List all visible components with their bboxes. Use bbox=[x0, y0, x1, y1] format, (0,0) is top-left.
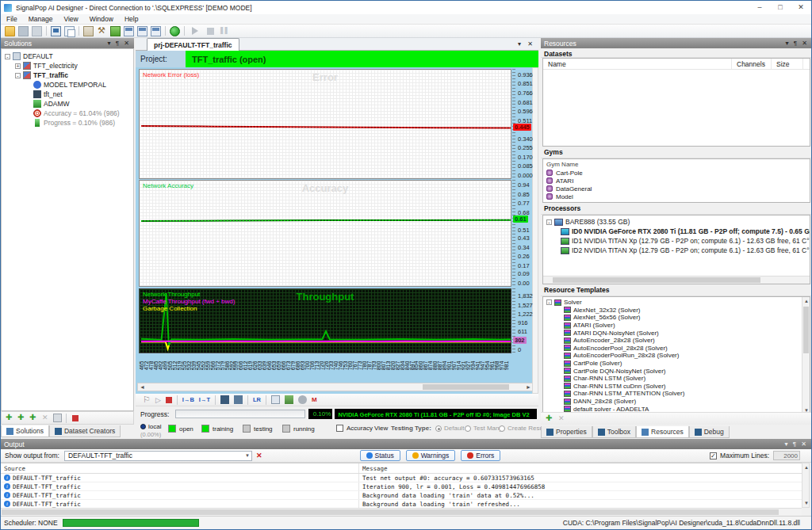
menu-view[interactable]: View bbox=[58, 15, 83, 23]
expand-icon[interactable]: + bbox=[15, 63, 21, 69]
redsq-icon[interactable] bbox=[72, 415, 79, 421]
resources-panel-header[interactable]: Resources ▾ ¶ ✕ bbox=[541, 38, 812, 48]
LR-icon[interactable]: LR bbox=[253, 395, 261, 405]
gym-item-datageneral[interactable]: DataGeneral bbox=[543, 185, 810, 193]
max-lines-value[interactable]: 2000 bbox=[773, 451, 800, 460]
menu-help[interactable]: Help bbox=[119, 15, 144, 23]
document-tab[interactable]: prj-DEFAULT-TFT_traffic bbox=[147, 38, 239, 51]
folder-icon[interactable] bbox=[5, 26, 15, 36]
maximize-button[interactable]: □ bbox=[770, 2, 791, 14]
scroll-up-arrow[interactable]: ▲ bbox=[802, 463, 810, 471]
win1-icon[interactable] bbox=[124, 26, 134, 36]
close-button[interactable]: ✕ bbox=[791, 2, 811, 14]
tree-item-tft-traffic[interactable]: -TFT_traffic bbox=[2, 71, 133, 80]
max-lines-checkbox[interactable]: ✓ bbox=[710, 452, 717, 459]
globe-icon[interactable] bbox=[170, 26, 180, 36]
clear-output-icon[interactable]: ✕ bbox=[256, 452, 262, 459]
chip-icon[interactable] bbox=[220, 395, 229, 404]
tab-resources[interactable]: Resources bbox=[636, 426, 689, 438]
settings-icon[interactable] bbox=[83, 26, 94, 36]
tools-icon[interactable] bbox=[97, 26, 107, 36]
radio-icon[interactable] bbox=[435, 425, 442, 432]
processor-item[interactable]: ID1 NVIDIA TITAN Xp (12.79 GB - P2P on; … bbox=[543, 236, 810, 246]
tab-dataset-creators[interactable]: Dataset Creators bbox=[49, 425, 121, 437]
output-h-scrollbar[interactable] bbox=[1, 508, 802, 516]
tree-item-default[interactable]: -DEFAULT bbox=[2, 51, 133, 61]
plus-icon[interactable] bbox=[6, 414, 14, 422]
save2-icon[interactable] bbox=[32, 26, 42, 36]
radio-test-many[interactable]: Test Many bbox=[465, 425, 502, 432]
tab-debug[interactable]: Debug bbox=[689, 426, 730, 438]
processor-item[interactable]: ID2 NVIDIA TITAN Xp (12.79 GB - P2P on; … bbox=[543, 246, 810, 255]
tree-item-model-temporal[interactable]: MODEL TEMPORAL bbox=[2, 80, 133, 90]
processor-root[interactable]: -BARE888 (33.55 GB) bbox=[543, 217, 810, 227]
output-panel-header[interactable]: Output ▾ ¶ ✕ bbox=[1, 439, 811, 449]
chevron-down-icon[interactable]: ▼ bbox=[245, 453, 251, 458]
cam-icon[interactable] bbox=[53, 414, 62, 422]
list-icon[interactable] bbox=[285, 395, 293, 404]
play-icon[interactable] bbox=[192, 27, 202, 35]
win3-icon[interactable] bbox=[151, 26, 161, 36]
template-item[interactable]: Char-RNN LSTM cuDnn (Solver) bbox=[543, 383, 810, 391]
tree-item-progress-0-10-986-[interactable]: Progress = 0.10% (986) bbox=[2, 118, 133, 128]
IB-icon[interactable]: I→B bbox=[182, 395, 194, 405]
pause-icon[interactable] bbox=[219, 26, 229, 36]
stop-icon[interactable] bbox=[207, 28, 214, 35]
tree-item-accuracy-61-04-986-[interactable]: Accuracy = 61.04% (986) bbox=[2, 109, 133, 118]
gym-item-atari[interactable]: ATARI bbox=[543, 177, 810, 185]
expand-icon[interactable]: - bbox=[5, 54, 10, 59]
output-row[interactable]: iDEFAULT-TFT_trafficTest net output #0: … bbox=[1, 474, 802, 482]
output-v-scrollbar[interactable]: ▲ ▼ bbox=[802, 463, 810, 508]
flag-icon[interactable] bbox=[143, 395, 151, 405]
template-item[interactable]: AlexNet_32x32 (Solver) bbox=[543, 307, 810, 315]
status-button[interactable]: Status bbox=[360, 450, 400, 461]
templates-root[interactable]: -Solver bbox=[543, 299, 810, 307]
template-item[interactable]: DANN_28x28 (Solver) bbox=[543, 398, 810, 406]
solutions-panel-header[interactable]: Solutions ▾ ¶ ✕ bbox=[1, 38, 134, 48]
tree-item-tft-net[interactable]: tft_net bbox=[2, 90, 133, 99]
scroll-left-arrow[interactable]: ◄ bbox=[138, 383, 147, 391]
x-icon[interactable] bbox=[41, 414, 50, 422]
menu-manage[interactable]: Manage bbox=[23, 15, 59, 23]
scroll-up-arrow[interactable]: ▲ bbox=[802, 297, 810, 305]
plus-icon[interactable] bbox=[29, 414, 38, 422]
accuracy-view-checkbox[interactable]: Accuracy View bbox=[336, 425, 388, 432]
template-item[interactable]: CartPole (Solver) bbox=[543, 360, 810, 368]
template-item[interactable]: AutoEncoderPoolRun_28x28 (Solver) bbox=[543, 352, 810, 360]
output-source-combobox[interactable]: DEFAULT-TFT_traffic ▼ bbox=[64, 451, 252, 461]
save-icon[interactable] bbox=[18, 26, 29, 36]
stopred-icon[interactable] bbox=[166, 397, 172, 403]
tab-strip-icons[interactable]: ▾ ✕ bbox=[518, 38, 538, 50]
output-row[interactable]: iDEFAULT-TFT_trafficBackground data load… bbox=[1, 491, 802, 500]
IT-icon[interactable]: I→T bbox=[199, 395, 210, 405]
template-item[interactable]: Char-RNN LSTM (Solver) bbox=[543, 375, 810, 383]
chart-v-scrollbar[interactable] bbox=[532, 67, 538, 394]
checkbox-icon[interactable] bbox=[336, 425, 343, 432]
menu-window[interactable]: Window bbox=[84, 15, 119, 23]
template-item[interactable]: CartPole DQN-NoisyNet (Solver) bbox=[543, 367, 810, 375]
panel-header-icons[interactable]: ▾ ¶ ✕ bbox=[108, 40, 131, 47]
monitor-icon[interactable] bbox=[51, 26, 61, 36]
minimize-button[interactable]: – bbox=[749, 2, 770, 14]
template-item[interactable]: ATARI DQN-NoisyNet (Solver) bbox=[543, 329, 810, 337]
expand-icon[interactable]: - bbox=[15, 73, 21, 78]
radio-default[interactable]: Default bbox=[435, 425, 464, 432]
tab-toolbox[interactable]: Toolbox bbox=[592, 426, 636, 438]
template-item[interactable]: ATARI (Solver) bbox=[543, 322, 810, 330]
errors-button[interactable]: Errors bbox=[461, 450, 500, 461]
calc-icon[interactable] bbox=[271, 395, 280, 404]
tab-properties[interactable]: Properties bbox=[541, 426, 592, 438]
add-icon[interactable] bbox=[546, 414, 554, 423]
template-item[interactable]: AutoEncoder_28x28 (Solver) bbox=[543, 337, 810, 345]
M-icon[interactable]: M bbox=[312, 395, 317, 405]
gym-item-cart-pole[interactable]: Cart-Pole bbox=[543, 169, 810, 177]
templates-v-scrollbar[interactable]: ▲ ▼ bbox=[802, 297, 810, 414]
win2-icon[interactable] bbox=[137, 26, 147, 36]
processor-item[interactable]: ID0 NVIDIA GeForce RTX 2080 Ti (11.81 GB… bbox=[543, 227, 810, 236]
panel-header-icons[interactable]: ▾ ¶ ✕ bbox=[785, 440, 808, 448]
copy-icon[interactable] bbox=[64, 26, 75, 36]
tree-item-adamw[interactable]: ADAMW bbox=[2, 99, 133, 109]
chart-h-scrollbar[interactable]: ◄ ► bbox=[137, 383, 534, 391]
warnings-button[interactable]: Warnings bbox=[406, 450, 456, 461]
snap-icon[interactable] bbox=[298, 395, 307, 404]
